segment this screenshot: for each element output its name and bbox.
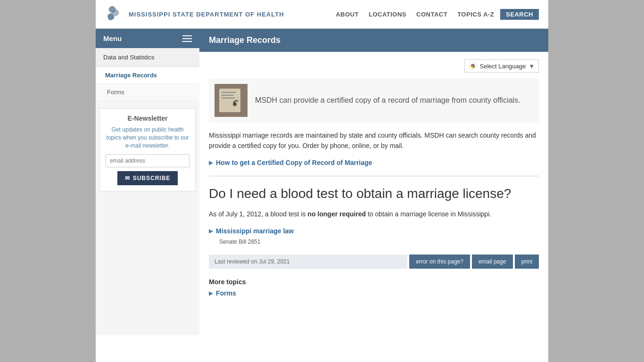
- nav-contact[interactable]: CONTACT: [413, 9, 451, 20]
- senate-bill-label: Senate Bill 2851: [219, 239, 539, 245]
- language-selector[interactable]: Select Language ▼: [464, 59, 539, 73]
- last-reviewed: Last reviewed on Jul 29, 2021: [209, 255, 407, 269]
- language-row: Select Language ▼: [209, 59, 539, 73]
- logo-area: Mississippi State Department of Health: [105, 5, 284, 24]
- svg-rect-2: [222, 92, 236, 93]
- body-text: Mississippi marriage records are maintai…: [209, 130, 539, 151]
- sidebar-menu-bar[interactable]: Menu: [96, 29, 199, 48]
- nav-locations[interactable]: LOCATIONS: [365, 9, 410, 20]
- language-label: Select Language: [480, 63, 526, 70]
- blood-test-text: As of July 1, 2012, a blood test is no l…: [209, 209, 539, 219]
- forms-link-item: ▶ Forms: [209, 289, 539, 297]
- sidebar-active-link[interactable]: Marriage Records: [96, 67, 199, 84]
- enewsletter-description: Get updates on public health topics when…: [106, 126, 190, 149]
- nav-topics-az[interactable]: TOPICS A-Z: [454, 9, 498, 20]
- main-content: Marriage Records Select Language ▼: [199, 29, 548, 335]
- blood-test-heading: Do I need a blood test to obtain a marri…: [209, 186, 539, 202]
- blood-test-after: to obtain a marriage license in Mississi…: [366, 210, 491, 218]
- arrow-icon-3: ▶: [209, 290, 213, 296]
- nav-about[interactable]: ABOUT: [332, 9, 363, 20]
- email-input[interactable]: [106, 154, 190, 167]
- blood-test-bold: no longer required: [307, 210, 366, 218]
- more-topics-title: More topics: [209, 278, 539, 286]
- nav-search[interactable]: SEARCH: [500, 9, 539, 20]
- header-nav: ABOUT LOCATIONS CONTACT TOPICS A-Z SEARC…: [332, 9, 539, 20]
- hamburger-icon: [182, 35, 192, 42]
- footer-row: Last reviewed on Jul 29, 2021 error on t…: [209, 255, 539, 269]
- svg-rect-4: [222, 98, 235, 99]
- email-page-button[interactable]: email page: [472, 255, 513, 269]
- enewsletter-box: E-Newsletter Get updates on public healt…: [99, 108, 196, 191]
- ms-law-link[interactable]: Mississippi marriage law: [216, 227, 294, 235]
- blood-test-before: As of July 1, 2012, a blood test is: [209, 210, 307, 218]
- forms-link[interactable]: Forms: [216, 289, 236, 297]
- print-button[interactable]: print: [515, 255, 539, 269]
- site-title: Mississippi State Department of Health: [129, 11, 284, 18]
- subscribe-button[interactable]: ✉ SUBSCRIBE: [117, 171, 178, 185]
- google-icon: [469, 62, 477, 70]
- subscribe-label: SUBSCRIBE: [133, 175, 171, 181]
- marriage-document-image: [217, 86, 245, 115]
- certified-copy-link-item: ▶ How to get a Certified Copy of Record …: [209, 159, 539, 166]
- header: Mississippi State Department of Health A…: [96, 0, 548, 29]
- envelope-icon: ✉: [125, 175, 130, 181]
- ms-law-link-item: ▶ Mississippi marriage law: [209, 227, 539, 235]
- page-title: Marriage Records: [199, 29, 548, 52]
- dropdown-arrow-icon: ▼: [528, 63, 535, 70]
- logo-icon: [105, 5, 124, 24]
- featured-description: MSDH can provide a certified copy of a r…: [255, 95, 520, 106]
- svg-point-5: [233, 102, 237, 106]
- sidebar-section-link[interactable]: Data and Statistics: [96, 48, 199, 67]
- menu-label: Menu: [103, 34, 122, 42]
- svg-rect-3: [222, 95, 233, 96]
- featured-row: MSDH can provide a certified copy of a r…: [209, 78, 539, 123]
- main-layout: Menu Data and Statistics Marriage Record…: [96, 29, 548, 335]
- error-button[interactable]: error on this page?: [409, 255, 470, 269]
- certified-copy-link[interactable]: How to get a Certified Copy of Record of…: [216, 159, 372, 166]
- sidebar-forms-link[interactable]: Forms: [96, 84, 199, 101]
- arrow-icon-2: ▶: [209, 228, 213, 234]
- enewsletter-title: E-Newsletter: [106, 115, 190, 122]
- divider: [209, 176, 539, 176]
- sidebar: Menu Data and Statistics Marriage Record…: [96, 29, 199, 335]
- content-area: Select Language ▼: [199, 52, 548, 308]
- arrow-icon: ▶: [209, 159, 213, 166]
- more-topics: More topics ▶ Forms: [209, 278, 539, 297]
- featured-image: [215, 84, 248, 117]
